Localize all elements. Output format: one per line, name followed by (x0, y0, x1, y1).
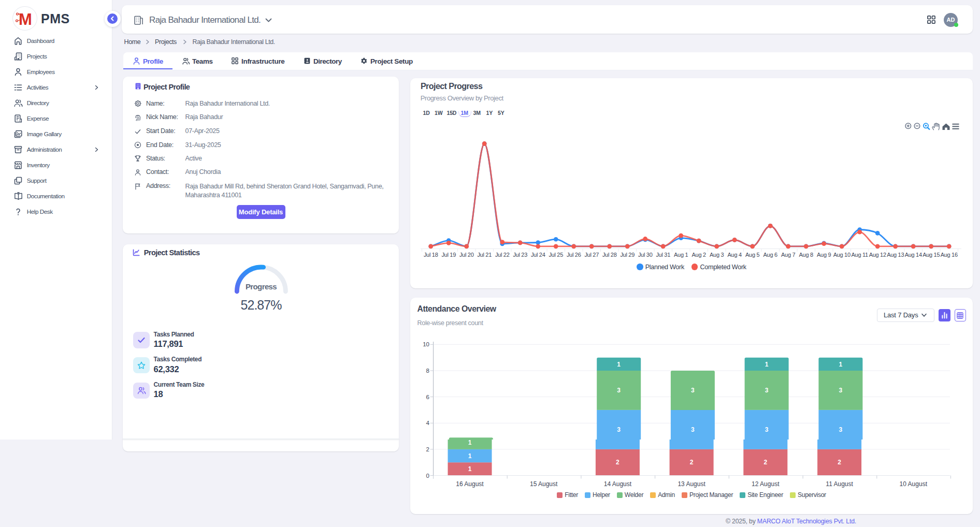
svg-text:2: 2 (690, 459, 694, 466)
svg-text:Jul 31: Jul 31 (656, 252, 670, 258)
svg-text:Aug 9: Aug 9 (817, 252, 831, 258)
svg-text:15 August: 15 August (530, 480, 558, 488)
svg-text:3: 3 (691, 387, 695, 394)
svg-text:Jul 30: Jul 30 (638, 252, 653, 258)
svg-text:1: 1 (839, 361, 843, 368)
svg-text:Aug 12: Aug 12 (869, 252, 886, 258)
svg-text:4: 4 (426, 420, 430, 426)
svg-text:Jul 18: Jul 18 (424, 252, 438, 258)
svg-text:2: 2 (838, 459, 841, 466)
svg-text:16 August: 16 August (456, 480, 484, 488)
svg-text:Aug 7: Aug 7 (781, 252, 795, 258)
svg-text:14 August: 14 August (604, 480, 632, 488)
svg-text:13 August: 13 August (678, 480, 705, 488)
svg-text:Aug 6: Aug 6 (763, 252, 777, 258)
svg-text:11 August: 11 August (826, 480, 853, 488)
svg-text:1: 1 (468, 439, 472, 446)
svg-text:Aug 16: Aug 16 (941, 252, 958, 258)
svg-text:3: 3 (765, 387, 769, 394)
svg-text:Aug 3: Aug 3 (710, 252, 724, 258)
svg-text:2: 2 (426, 446, 429, 452)
svg-text:Aug 15: Aug 15 (923, 252, 940, 258)
svg-text:2: 2 (616, 459, 619, 466)
svg-text:12 August: 12 August (752, 480, 780, 488)
svg-text:Jul 19: Jul 19 (441, 252, 456, 258)
svg-text:Jul 23: Jul 23 (513, 252, 527, 258)
svg-text:1: 1 (617, 361, 621, 368)
svg-text:3: 3 (765, 426, 769, 433)
svg-text:3: 3 (617, 426, 621, 433)
svg-text:Aug 4: Aug 4 (728, 252, 742, 258)
svg-text:3: 3 (691, 426, 695, 433)
svg-text:3: 3 (839, 426, 843, 433)
svg-text:Aug 13: Aug 13 (887, 252, 904, 258)
svg-text:2: 2 (763, 459, 767, 466)
svg-text:Jul 27: Jul 27 (584, 252, 599, 258)
svg-text:Aug 14: Aug 14 (905, 252, 922, 258)
svg-text:10: 10 (423, 341, 429, 347)
svg-text:Aug 5: Aug 5 (745, 252, 759, 258)
svg-text:Jul 24: Jul 24 (531, 252, 545, 258)
svg-text:8: 8 (426, 368, 429, 374)
svg-text:1: 1 (765, 361, 769, 368)
svg-text:Aug 1: Aug 1 (674, 252, 688, 258)
svg-text:Jul 20: Jul 20 (459, 252, 474, 258)
svg-text:Jul 26: Jul 26 (567, 252, 581, 258)
svg-text:Aug 10: Aug 10 (833, 252, 851, 258)
svg-text:Jul 29: Jul 29 (620, 252, 635, 258)
svg-text:0: 0 (426, 473, 429, 479)
svg-text:10 August: 10 August (900, 480, 928, 488)
svg-text:1: 1 (468, 452, 472, 460)
svg-text:3: 3 (617, 387, 621, 394)
svg-text:Aug 2: Aug 2 (692, 252, 706, 258)
svg-text:Aug 11: Aug 11 (852, 252, 868, 258)
svg-text:Jul 22: Jul 22 (495, 252, 510, 258)
svg-text:M: M (19, 10, 32, 28)
svg-text:Jul 28: Jul 28 (602, 252, 617, 258)
svg-text:Aug 8: Aug 8 (799, 252, 813, 258)
svg-text:Jul 21: Jul 21 (477, 252, 492, 258)
svg-text:1: 1 (468, 465, 472, 473)
svg-text:Jul 25: Jul 25 (549, 252, 563, 258)
svg-text:6: 6 (426, 394, 429, 400)
svg-text:3: 3 (839, 387, 843, 394)
